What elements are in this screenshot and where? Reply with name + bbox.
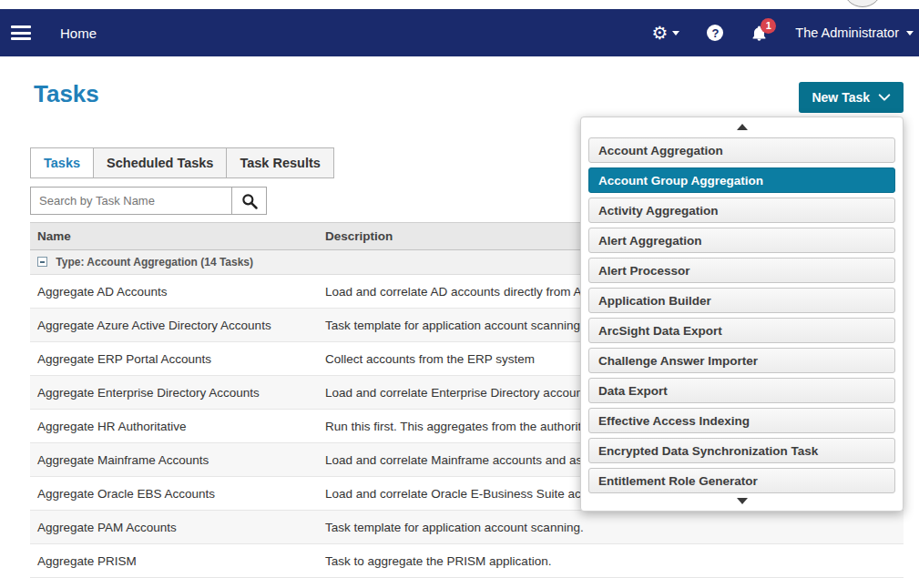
task-name-cell[interactable]: Aggregate ERP Portal Accounts — [30, 342, 318, 376]
page-title: Tasks — [34, 80, 99, 108]
screen: Home ⚙ ? 1 The Administrator Tasks New T… — [0, 0, 919, 588]
group-header-label: Type: Account Aggregation (14 Tasks) — [56, 256, 253, 269]
dropdown-item[interactable]: Encrypted Data Synchronization Task — [588, 438, 895, 463]
dropdown-item[interactable]: Data Export — [588, 378, 895, 403]
search-input[interactable] — [30, 187, 232, 215]
new-task-button[interactable]: New Task — [799, 82, 904, 113]
task-name-cell[interactable]: Aggregate PRISM — [30, 544, 318, 578]
tab-bar: Tasks Scheduled Tasks Task Results — [30, 147, 334, 178]
dropdown-item-selected[interactable]: Account Group Aggregation — [588, 167, 895, 193]
chevron-down-icon — [672, 31, 679, 35]
notification-badge: 1 — [761, 18, 776, 34]
task-name-cell[interactable]: Aggregate HR Authoritative — [30, 410, 318, 443]
scroll-up-icon[interactable] — [737, 124, 748, 130]
task-name-cell[interactable]: Aggregate AD Accounts — [30, 275, 318, 309]
new-task-dropdown: Account Aggregation Account Group Aggreg… — [580, 117, 904, 512]
chevron-down-icon — [906, 31, 914, 35]
gear-icon: ⚙ — [651, 24, 668, 42]
dropdown-item[interactable]: Alert Processor — [588, 258, 895, 283]
task-description-cell: Task template for application account sc… — [318, 511, 904, 544]
dropdown-item[interactable]: Effective Access Indexing — [588, 408, 895, 433]
dropdown-item[interactable]: Activity Aggregation — [588, 198, 895, 223]
help-icon[interactable]: ? — [707, 25, 723, 41]
navbar-right-group: ⚙ ? 1 The Administrator — [651, 24, 919, 42]
task-name-cell[interactable]: Aggregate Enterprise Directory Accounts — [30, 376, 318, 410]
task-name-cell[interactable]: Aggregate Mainframe Accounts — [30, 443, 318, 477]
tab-scheduled-tasks[interactable]: Scheduled Tasks — [93, 147, 227, 178]
chevron-down-icon — [878, 91, 891, 104]
top-strip — [0, 0, 919, 9]
dropdown-item[interactable]: Challenge Answer Importer — [588, 348, 895, 373]
scroll-down-icon[interactable] — [737, 498, 748, 504]
menu-icon[interactable] — [11, 23, 31, 44]
task-name-cell[interactable]: Aggregate PAM Accounts — [30, 511, 318, 544]
search-icon — [240, 192, 259, 210]
user-name-label: The Administrator — [795, 25, 899, 40]
task-name-cell[interactable]: Aggregate Azure Active Directory Account… — [30, 309, 318, 342]
dropdown-item[interactable]: Alert Aggregation — [588, 228, 895, 253]
task-description-cell: Task to aggregate the PRISM application. — [318, 544, 904, 578]
user-menu[interactable]: The Administrator — [795, 25, 914, 40]
dropdown-item[interactable]: Application Builder — [588, 288, 895, 313]
new-task-label: New Task — [812, 90, 870, 105]
top-navbar: Home ⚙ ? 1 The Administrator — [0, 9, 919, 56]
avatar[interactable] — [842, 0, 883, 7]
table-row[interactable]: Aggregate PAM Accounts Task template for… — [30, 511, 904, 544]
tab-task-results[interactable]: Task Results — [226, 147, 333, 178]
nav-home-link[interactable]: Home — [60, 25, 97, 41]
search-button[interactable] — [231, 187, 267, 215]
dropdown-item[interactable]: ArcSight Data Export — [588, 318, 895, 343]
dropdown-item[interactable]: Account Aggregation — [588, 137, 895, 163]
column-header-name[interactable]: Name — [30, 223, 318, 250]
dropdown-item[interactable]: Entitlement Role Generator — [588, 468, 895, 493]
search-bar — [30, 187, 267, 215]
tab-tasks[interactable]: Tasks — [30, 147, 94, 178]
settings-menu[interactable]: ⚙ — [651, 24, 679, 42]
collapse-icon[interactable] — [37, 257, 47, 267]
notifications-button[interactable]: 1 — [751, 25, 768, 42]
task-name-cell[interactable]: Aggregate Oracle EBS Accounts — [30, 477, 318, 511]
table-row[interactable]: Aggregate PRISM Task to aggregate the PR… — [30, 544, 904, 578]
